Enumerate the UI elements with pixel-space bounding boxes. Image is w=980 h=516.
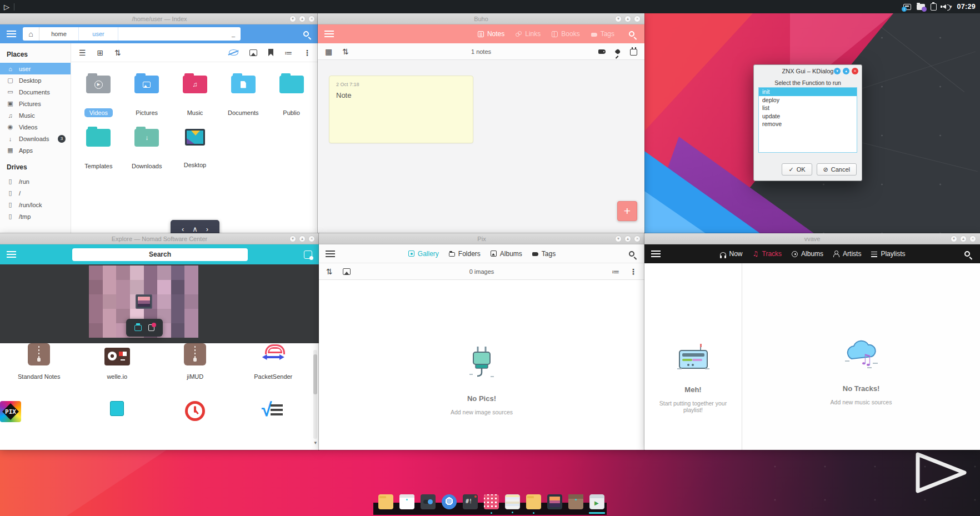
Pictures[interactable]: ▣ Pictures: [0, 98, 71, 109]
minimize-button[interactable]: ▾: [615, 236, 622, 242]
menu-hamburger-icon[interactable]: [324, 31, 334, 37]
teal-app-icon[interactable]: [78, 401, 157, 422]
package-icon[interactable]: [304, 251, 312, 259]
maximize-button[interactable]: ▴: [624, 236, 631, 242]
minimize-button[interactable]: ▾: [834, 68, 841, 74]
Notes[interactable]: Notes: [478, 30, 504, 38]
minimize-button[interactable]: ▾: [615, 16, 622, 22]
search-input[interactable]: Search: [72, 248, 248, 261]
/run/lock[interactable]: ▯ /run/lock: [0, 199, 71, 211]
index-titlebar[interactable]: /home/user — Index ▾▴×: [0, 13, 319, 24]
text-editor-dock-icon[interactable]: [399, 494, 414, 509]
/tmp[interactable]: ▯ /tmp: [0, 211, 71, 222]
user[interactable]: ⌂ user: [0, 63, 71, 74]
kdialog-titlebar[interactable]: ZNX Gui – KDialog ▾▴×: [754, 65, 862, 77]
add-note-button[interactable]: +: [617, 201, 637, 221]
/[interactable]: ▯ /: [0, 187, 71, 199]
list[interactable]: list: [759, 104, 857, 112]
bookmark-icon[interactable]: [268, 49, 273, 56]
pix-titlebar[interactable]: Pix ▾▴×: [319, 233, 644, 244]
select-list-icon[interactable]: ≔: [284, 49, 292, 57]
close-button[interactable]: ×: [634, 236, 641, 242]
kebab-menu-icon[interactable]: ⋮: [303, 49, 311, 57]
path-input-cursor[interactable]: _: [232, 31, 241, 37]
folder-badge-icon[interactable]: [917, 4, 925, 10]
note-card[interactable]: 2 Oct 7:18 Note: [329, 76, 473, 143]
view-list-icon[interactable]: ☰: [79, 49, 86, 57]
Downloads[interactable]: ↓ Downloads: [123, 127, 171, 180]
user[interactable]: user: [79, 27, 118, 41]
desktop-image-item[interactable]: Desktop: [171, 127, 219, 180]
scroll-down-caret-icon[interactable]: ▾: [314, 440, 317, 445]
pin-icon[interactable]: [614, 48, 621, 54]
minimize-button[interactable]: ▾: [289, 236, 296, 242]
maximize-button[interactable]: ▴: [843, 68, 849, 74]
app-launcher-dock-icon[interactable]: [484, 494, 499, 509]
new-folder-icon[interactable]: ⊞: [97, 49, 104, 57]
PacketSender[interactable]: PacketSender: [234, 343, 313, 380]
forward-button[interactable]: ›: [206, 225, 208, 233]
search-icon[interactable]: [964, 251, 970, 257]
Folders[interactable]: Folders: [449, 250, 481, 258]
remove[interactable]: remove: [759, 120, 857, 128]
install-box-icon[interactable]: [134, 325, 142, 331]
Documents[interactable]: ▭ Documents: [0, 86, 71, 98]
Publio[interactable]: Publio: [267, 73, 316, 127]
image-viewer-dock-icon[interactable]: [547, 494, 562, 509]
path-bar[interactable]: ⌂ home user _: [23, 27, 241, 41]
calendar-icon[interactable]: [630, 49, 637, 56]
thumbnails-icon[interactable]: [343, 268, 351, 275]
nomad-titlebar[interactable]: Explore — Nomad Software Center ▾▴×: [0, 233, 319, 244]
select-list-icon[interactable]: ≔: [612, 268, 619, 275]
Videos[interactable]: ◉ Videos: [0, 121, 71, 133]
Albums[interactable]: Albums: [792, 250, 823, 258]
grid-view-icon[interactable]: ▦: [325, 48, 332, 56]
settings-dock-icon[interactable]: [421, 494, 436, 509]
home-icon[interactable]: ⌂: [23, 27, 39, 41]
/run[interactable]: ▯ /run: [0, 176, 71, 187]
pix-app-icon[interactable]: PIX: [0, 401, 78, 422]
Artists[interactable]: Artists: [833, 250, 861, 258]
Links[interactable]: Links: [516, 30, 541, 38]
up-button[interactable]: ∧: [192, 225, 198, 233]
Gallery[interactable]: Gallery: [408, 250, 439, 258]
search-icon[interactable]: [629, 31, 634, 37]
file-manager-dock-icon[interactable]: [378, 494, 393, 509]
search-icon[interactable]: [303, 31, 309, 37]
scrollbar-thumb[interactable]: [313, 354, 317, 394]
vvave-titlebar[interactable]: vvave ▾▴×: [644, 233, 980, 244]
menu-hamburger-icon[interactable]: [651, 251, 661, 257]
Pictures[interactable]: Pictures: [123, 73, 171, 127]
sort-icon[interactable]: ⇅: [326, 268, 333, 275]
Books[interactable]: Books: [552, 30, 579, 38]
Music[interactable]: ♫ Music: [0, 109, 71, 121]
close-button[interactable]: ×: [308, 236, 315, 242]
close-button[interactable]: ×: [852, 68, 858, 74]
hidden-files-icon[interactable]: [229, 49, 238, 56]
sort-icon[interactable]: ⇅: [342, 48, 349, 56]
Apps[interactable]: ▦ Apps: [0, 144, 71, 156]
menu-hamburger-icon[interactable]: [7, 31, 16, 37]
Tags[interactable]: Tags: [591, 30, 614, 38]
Standard Notes[interactable]: Standard Notes: [0, 343, 78, 380]
Downloads[interactable]: ↓ Downloads 3: [0, 133, 71, 144]
init[interactable]: init: [759, 88, 857, 96]
welle.io[interactable]: welle.io: [78, 343, 157, 380]
close-button[interactable]: ×: [634, 16, 641, 22]
clock-app-icon[interactable]: [156, 401, 234, 422]
package-dock-icon[interactable]: [568, 494, 583, 509]
display-info-icon[interactable]: [903, 4, 911, 10]
jiMUD[interactable]: jiMUD: [156, 343, 234, 380]
menu-hamburger-icon[interactable]: [326, 251, 335, 257]
clock[interactable]: 07:29: [957, 3, 976, 11]
back-button[interactable]: ‹: [182, 225, 184, 233]
function-listbox[interactable]: init deploy list update remove: [758, 87, 857, 153]
Now[interactable]: Now: [720, 250, 743, 258]
home[interactable]: home: [39, 27, 78, 41]
Music[interactable]: ♫ Music: [171, 73, 219, 127]
kebab-menu-icon[interactable]: ⋮: [629, 268, 637, 275]
Desktop[interactable]: ▢ Desktop: [0, 74, 71, 86]
clipboard-icon[interactable]: [931, 3, 937, 11]
preview-icon[interactable]: [249, 49, 257, 56]
maximize-button[interactable]: ▴: [624, 16, 631, 22]
